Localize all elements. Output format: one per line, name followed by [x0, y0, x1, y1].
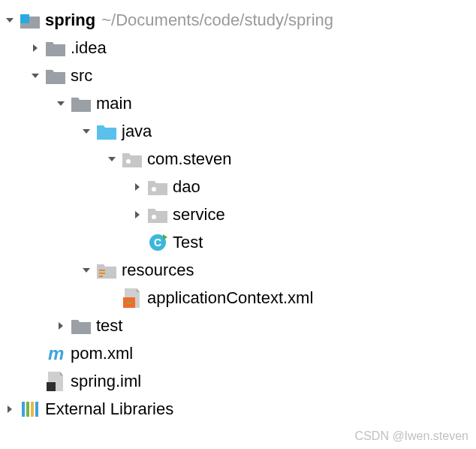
svg-point-1 — [126, 159, 131, 164]
chevron-down-icon[interactable] — [56, 98, 66, 109]
chevron-right-icon[interactable] — [132, 182, 143, 192]
tree-row-idea[interactable]: .idea — [0, 34, 476, 62]
class-runnable-icon: C — [147, 232, 168, 253]
svg-point-3 — [152, 215, 156, 219]
svg-rect-12 — [22, 402, 25, 417]
tree-row-iml[interactable]: spring.iml — [0, 367, 476, 395]
chevron-right-icon[interactable] — [132, 209, 143, 220]
tree-row-test-dir[interactable]: test — [0, 312, 476, 339]
chevron-right-icon[interactable] — [5, 404, 15, 414]
svg-rect-0 — [20, 14, 29, 23]
svg-point-2 — [152, 187, 156, 191]
tree-label: .idea — [71, 34, 107, 62]
root-path: ~/Documents/code/study/spring — [101, 6, 333, 34]
maven-file-icon: m — [45, 343, 66, 364]
watermark-text: CSDN @Iwen.steven — [355, 429, 468, 443]
package-icon — [147, 176, 168, 197]
folder-icon — [45, 38, 66, 59]
tree-row-resources[interactable]: resources — [0, 256, 476, 284]
chevron-down-icon[interactable] — [107, 154, 117, 164]
tree-label: src — [71, 62, 92, 89]
tree-row-com-steven[interactable]: com.steven — [0, 145, 476, 173]
resources-folder-icon — [96, 260, 117, 281]
tree-label: resources — [122, 256, 194, 284]
folder-icon — [71, 315, 92, 336]
tree-row-test-class[interactable]: C Test — [0, 228, 476, 256]
package-icon — [122, 149, 143, 170]
svg-rect-11 — [47, 382, 56, 391]
tree-row-java[interactable]: java — [0, 117, 476, 145]
chevron-down-icon[interactable] — [81, 126, 92, 137]
svg-rect-13 — [26, 402, 29, 417]
svg-rect-7 — [99, 273, 105, 274]
chevron-right-icon[interactable] — [56, 321, 66, 331]
tree-label: applicationContext.xml — [147, 284, 313, 312]
tree-label: java — [122, 117, 152, 145]
chevron-right-icon[interactable] — [30, 43, 41, 53]
iml-file-icon — [45, 371, 66, 392]
svg-rect-8 — [99, 276, 103, 277]
svg-rect-14 — [31, 402, 34, 417]
svg-text:m: m — [48, 344, 64, 363]
tree-row-appctx[interactable]: applicationContext.xml — [0, 284, 476, 312]
tree-row-dao[interactable]: dao — [0, 173, 476, 200]
spring-config-file-icon — [122, 288, 143, 309]
tree-label: spring.iml — [71, 367, 141, 395]
tree-label: service — [173, 200, 225, 228]
tree-row-src[interactable]: src — [0, 62, 476, 89]
source-folder-icon — [96, 121, 117, 142]
svg-rect-6 — [99, 270, 105, 271]
chevron-down-icon[interactable] — [5, 15, 15, 26]
tree-row-service[interactable]: service — [0, 200, 476, 228]
root-name: spring — [45, 6, 95, 34]
tree-label: pom.xml — [71, 339, 133, 367]
tree-label: main — [96, 89, 132, 117]
tree-label: com.steven — [147, 145, 232, 173]
tree-row-pom[interactable]: m pom.xml — [0, 339, 476, 367]
tree-label: dao — [173, 173, 200, 200]
tree-row-root[interactable]: spring ~/Documents/code/study/spring — [0, 6, 476, 34]
folder-icon — [45, 65, 66, 86]
tree-row-ext-lib[interactable]: External Libraries — [0, 395, 476, 423]
chevron-down-icon[interactable] — [81, 265, 92, 276]
folder-icon — [71, 93, 92, 114]
tree-row-main[interactable]: main — [0, 89, 476, 117]
package-icon — [147, 204, 168, 225]
tree-label: test — [96, 312, 122, 339]
svg-text:C: C — [154, 237, 161, 249]
tree-label: Test — [173, 228, 203, 256]
chevron-down-icon[interactable] — [30, 71, 41, 81]
svg-rect-15 — [35, 402, 38, 417]
libraries-icon — [20, 399, 41, 420]
tree-label: External Libraries — [45, 395, 173, 423]
module-folder-icon — [20, 10, 41, 31]
